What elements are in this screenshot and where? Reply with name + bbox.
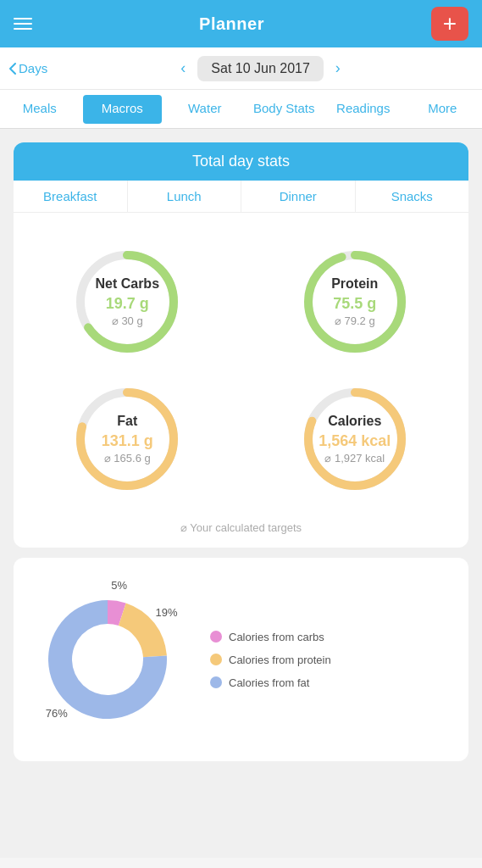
- macro-calories: Calories 1,564 kcal ⌀ 1,927 kcal: [241, 370, 469, 508]
- legend-dot: [210, 676, 222, 688]
- nav-row: Days ‹ Sat 10 Jun 2017 ›: [0, 47, 482, 90]
- stats-header: Total day stats: [14, 142, 468, 181]
- content-area: Total day stats BreakfastLunchDinnerSnac…: [0, 129, 482, 858]
- app-title: Planner: [199, 14, 264, 34]
- legend-item: Calories from fat: [210, 676, 455, 689]
- pie-legend: Calories from carbs Calories from protei…: [197, 631, 455, 689]
- calculated-note: ⌀ Your calculated targets: [14, 515, 468, 548]
- pie-svg: 5%19%76%: [27, 575, 197, 744]
- macro-fat: Fat 131.1 g ⌀ 165.6 g: [14, 370, 241, 508]
- meal-tab-lunch[interactable]: Lunch: [128, 181, 242, 212]
- add-button[interactable]: +: [431, 7, 468, 41]
- menu-button[interactable]: [14, 18, 32, 30]
- ring-label-protein: Protein 75.5 g ⌀ 79.2 g: [331, 276, 378, 327]
- ring-label-fat: Fat 131.1 g ⌀ 165.6 g: [102, 414, 153, 465]
- ring-net-carbs: Net Carbs 19.7 g ⌀ 30 g: [72, 247, 182, 357]
- legend-dot: [210, 631, 222, 643]
- macros-grid: Net Carbs 19.7 g ⌀ 30 g Protein 75.5 g ⌀…: [14, 213, 468, 515]
- ring-calories: Calories 1,564 kcal ⌀ 1,927 kcal: [300, 384, 410, 494]
- back-label: Days: [19, 61, 47, 75]
- legend-label: Calories from protein: [229, 654, 331, 666]
- main-tabs: MealsMacrosWaterBody StatsReadingsMore: [0, 90, 482, 129]
- legend-label: Calories from fat: [229, 676, 309, 689]
- add-icon: +: [443, 12, 457, 36]
- tab-meals[interactable]: Meals: [0, 90, 80, 128]
- svg-text:76%: 76%: [46, 707, 68, 720]
- tab-body-stats[interactable]: Body Stats: [245, 90, 324, 128]
- tab-more[interactable]: More: [403, 90, 483, 128]
- legend-dot: [210, 654, 222, 665]
- date-selector: ‹ Sat 10 Jun 2017 ›: [175, 56, 346, 81]
- tab-readings[interactable]: Readings: [324, 90, 403, 128]
- tab-water[interactable]: Water: [165, 90, 245, 128]
- stats-card: Total day stats BreakfastLunchDinnerSnac…: [14, 142, 468, 548]
- legend-item: Calories from protein: [210, 654, 455, 666]
- legend-label: Calories from carbs: [229, 631, 324, 643]
- ring-fat: Fat 131.1 g ⌀ 165.6 g: [72, 384, 182, 494]
- ring-protein: Protein 75.5 g ⌀ 79.2 g: [300, 247, 410, 357]
- current-date[interactable]: Sat 10 Jun 2017: [197, 56, 324, 81]
- svg-text:5%: 5%: [111, 579, 127, 592]
- svg-text:19%: 19%: [156, 606, 178, 619]
- pie-section: 5%19%76% Calories from carbs Calories fr…: [14, 558, 468, 761]
- app-header: Planner +: [0, 0, 482, 47]
- macro-net-carbs: Net Carbs 19.7 g ⌀ 30 g: [14, 233, 241, 370]
- meal-tabs: BreakfastLunchDinnerSnacks: [14, 181, 468, 213]
- next-date-button[interactable]: ›: [330, 56, 346, 81]
- legend-item: Calories from carbs: [210, 631, 455, 643]
- back-button[interactable]: Days: [8, 61, 47, 75]
- ring-label-calories: Calories 1,564 kcal ⌀ 1,927 kcal: [319, 414, 391, 465]
- prev-date-button[interactable]: ‹: [175, 56, 191, 81]
- macro-protein: Protein 75.5 g ⌀ 79.2 g: [241, 233, 469, 370]
- meal-tab-dinner[interactable]: Dinner: [241, 181, 356, 212]
- pie-chart: 5%19%76%: [27, 575, 197, 744]
- meal-tab-snacks[interactable]: Snacks: [356, 181, 469, 212]
- tab-macros[interactable]: Macros: [83, 95, 163, 124]
- ring-label-net-carbs: Net Carbs 19.7 g ⌀ 30 g: [95, 276, 159, 327]
- meal-tab-breakfast[interactable]: Breakfast: [14, 181, 128, 212]
